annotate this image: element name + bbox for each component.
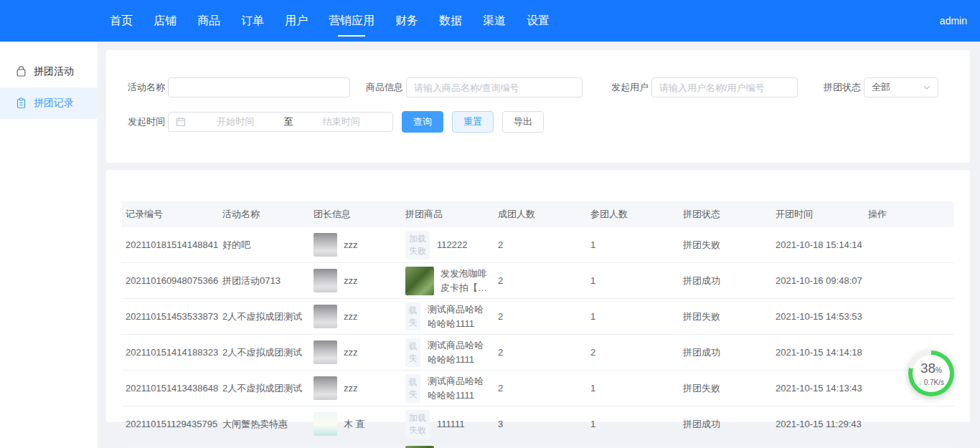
table-row: 发发泡咖啡皮卡拍【安康: [122, 442, 954, 448]
product-name: 测试商品哈哈哈哈哈1111: [428, 302, 488, 331]
table-row: 202110151129435795 大闸蟹热卖特惠 木 直 加载失败 1111…: [122, 406, 954, 442]
open-time: 2021-10-15 14:53:53: [776, 311, 868, 322]
group-status-value: 全部: [872, 81, 890, 94]
record-id: 202110160948075366: [126, 275, 222, 286]
group-status: 拼团失败: [683, 382, 776, 395]
activity-name: 大闸蟹热卖特惠: [222, 418, 314, 431]
date-range-picker[interactable]: 开始时间 至 结束时间: [168, 112, 393, 132]
product-name: 111111: [437, 417, 465, 432]
col-open-time: 开团时间: [776, 208, 868, 221]
product-name: 测试商品哈哈哈哈哈1111: [428, 338, 488, 367]
record-id: 202110181514148841: [126, 239, 222, 250]
product-name: 发发泡咖啡皮卡拍【安康: [440, 267, 492, 295]
group-status: 拼团成功: [683, 418, 776, 431]
nav-item-shop[interactable]: 店铺: [154, 0, 176, 42]
initiator-input[interactable]: [651, 77, 798, 97]
current-user[interactable]: admin: [940, 15, 967, 27]
nav-item-finance[interactable]: 财务: [395, 0, 418, 42]
join-count: 1: [590, 239, 683, 250]
col-record-id: 记录编号: [126, 208, 222, 221]
product-image-broken: 载失: [405, 374, 420, 403]
group-status: 拼团失败: [683, 239, 776, 252]
end-time-placeholder: 结束时间: [298, 115, 386, 128]
calendar-icon: [176, 117, 186, 127]
leader-avatar: [314, 233, 337, 257]
table-row: 202110160948075366 拼团活动0713 zzz 发发泡咖啡皮卡拍…: [122, 263, 954, 299]
table-row: 202110181514148841 好的吧 zzz 加载失败 112222 2…: [122, 227, 954, 263]
group-status-label: 拼团状态: [824, 81, 861, 94]
product-info-input[interactable]: [406, 77, 583, 97]
product-name: 测试商品哈哈哈哈哈1111: [428, 374, 488, 403]
nav-item-data[interactable]: 数据: [439, 0, 462, 42]
table-row: 202110151414188323 2人不虚拟成团测试 zzz 载失 测试商品…: [122, 335, 954, 371]
arrow-down-icon: ↓: [918, 378, 922, 386]
col-join-count: 参团人数: [590, 208, 683, 221]
record-id: 202110151453533873: [126, 311, 222, 322]
top-nav-bar: 首页 店铺 商品 订单 用户 营销应用 财务 数据 渠道 设置 admin: [0, 0, 980, 42]
col-actions: 操作: [868, 208, 954, 221]
leader-name: 木 直: [344, 418, 365, 431]
nav-item-home[interactable]: 首页: [110, 0, 133, 42]
nav-item-goods[interactable]: 商品: [197, 0, 220, 42]
nav-item-settings[interactable]: 设置: [527, 0, 550, 42]
product-image-broken: 加载失败: [405, 231, 430, 259]
leader-avatar: [314, 269, 337, 292]
initiator-label: 发起用户: [611, 81, 649, 94]
activity-name: 好的吧: [222, 239, 314, 252]
open-time: 2021-10-18 15:14:14: [776, 239, 868, 250]
join-count: 1: [590, 275, 683, 286]
product-image: [405, 267, 434, 295]
leader-name: zzz: [344, 239, 358, 250]
min-count: 2: [498, 311, 590, 322]
sidebar-item-label: 拼团记录: [34, 97, 74, 110]
reset-button[interactable]: 重置: [452, 111, 494, 133]
leader-avatar: [314, 340, 337, 364]
sidebar-item-label: 拼团活动: [34, 65, 74, 78]
download-percent: 38%: [920, 361, 942, 377]
nav-item-channels[interactable]: 渠道: [483, 0, 506, 42]
main-nav: 首页 店铺 商品 订单 用户 营销应用 财务 数据 渠道 设置: [110, 0, 550, 42]
col-min-count: 成团人数: [498, 208, 590, 221]
join-count: 2: [590, 347, 683, 358]
open-time: 2021-10-16 09:48:07: [776, 275, 868, 286]
nav-item-users[interactable]: 用户: [285, 0, 308, 42]
product-name: 发发泡咖啡皮卡拍【安康: [440, 446, 492, 448]
min-count: 2: [498, 347, 590, 358]
product-image: [405, 446, 434, 448]
join-count: 1: [590, 383, 683, 394]
download-progress-widget[interactable]: 38% ↓ 0.7K/s: [908, 351, 954, 396]
start-time-label: 发起时间: [128, 115, 165, 128]
activity-name: 2人不虚拟成团测试: [222, 310, 314, 323]
chevron-down-icon: [923, 85, 930, 90]
table-row: 202110151413438648 2人不虚拟成团测试 zzz 载失 测试商品…: [122, 371, 954, 406]
group-status-select[interactable]: 全部: [864, 77, 938, 97]
product-info-label: 商品信息: [366, 81, 403, 94]
search-button[interactable]: 查询: [402, 111, 443, 133]
sidebar-item-group-records[interactable]: 拼团记录: [0, 87, 98, 119]
table-row: 202110151453533873 2人不虚拟成团测试 zzz 载失 测试商品…: [122, 299, 954, 335]
nav-item-orders[interactable]: 订单: [241, 0, 264, 42]
record-id: 202110151414188323: [126, 347, 222, 358]
min-count: 2: [498, 275, 590, 286]
activity-name-label: 活动名称: [128, 81, 165, 94]
group-status: 拼团成功: [683, 346, 776, 359]
filter-panel: 活动名称 商品信息 发起用户 拼团状态 全部 发起时间 开始时间 至: [106, 50, 970, 163]
activity-name: 拼团活动0713: [222, 275, 314, 287]
activity-name: 2人不虚拟成团测试: [222, 382, 314, 395]
progress-ring: 38% ↓ 0.7K/s: [908, 351, 954, 396]
nav-item-marketing[interactable]: 营销应用: [329, 0, 374, 42]
join-count: 1: [590, 311, 683, 322]
open-time: 2021-10-15 14:14:18: [776, 347, 868, 358]
col-leader-info: 团长信息: [314, 208, 405, 221]
record-id: 202110151129435795: [126, 419, 222, 429]
sidebar-item-group-activity[interactable]: 拼团活动: [0, 56, 98, 87]
start-time-placeholder: 开始时间: [192, 115, 280, 128]
export-button[interactable]: 导出: [502, 111, 544, 133]
leader-name: zzz: [344, 383, 358, 394]
join-count: 1: [590, 419, 683, 429]
group-status: 拼团成功: [683, 275, 776, 287]
download-speed: ↓ 0.7K/s: [918, 378, 944, 386]
activity-name-input[interactable]: [168, 77, 350, 97]
records-table-panel: 记录编号 活动名称 团长信息 拼团商品 成团人数 参团人数 拼团状态 开团时间 …: [106, 170, 970, 422]
clipboard-icon: [16, 97, 27, 109]
